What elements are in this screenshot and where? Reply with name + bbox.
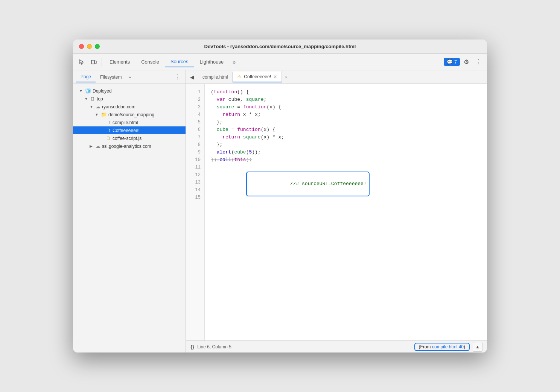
cloud-analytics-icon: ☁ [96,143,100,149]
editor-tab-coffee[interactable]: ⚠ Coffeeeeeee! ✕ [233,71,282,82]
sidebar-item-top-label: top [97,96,103,102]
devtools-window: DevTools - ryanseddon.com/demo/source_ma… [73,40,487,352]
status-location: Line 6, Column 5 [197,344,411,349]
titlebar: DevTools - ryanseddon.com/demo/source_ma… [73,40,487,54]
code-line-14: }).call(this); [211,156,481,164]
line-num-1: 1 [186,88,204,96]
device-toggle-button[interactable] [88,56,99,68]
close-button[interactable] [79,44,84,49]
code-line-12: alert(cube(5)); [211,149,481,156]
sidebar-item-google-analytics[interactable]: ▶ ☁ ssl.google-analytics.com [73,142,186,150]
source-mapping-link[interactable]: (From compile.html:40) [414,343,470,351]
line-num-3: 3 [186,103,204,111]
cube-icon: 🧊 [85,88,91,94]
minimize-button[interactable] [87,44,92,49]
sidebar-tab-page[interactable]: Page [76,72,96,82]
more-tabs-button[interactable]: » [230,58,239,67]
arrow-top: ▼ [84,97,89,101]
device-icon [91,59,97,65]
sidebar: Page Filesystem » ⋮ ▼ 🧊 Deployed ▼ 🗋 top [73,70,186,352]
code-line-1: (function() { [211,88,481,96]
code-line-8: cube = function(x) { [211,126,481,134]
editor-tab-compile-label: compile.html [202,74,228,80]
folder-icon: 📁 [101,112,107,117]
arrow-analytics: ▶ [90,144,94,148]
line-num-11: 11 [186,164,204,171]
sidebar-item-deployed-label: Deployed [93,88,112,94]
editor-tab-compile[interactable]: compile.html [198,72,233,82]
sidebar-item-coffeeeeeee[interactable]: 🗋 Coffeeeeeee! [73,126,186,134]
tab-lighthouse[interactable]: Lighthouse [195,57,229,67]
more-options-button[interactable]: ⋮ [473,56,484,68]
sidebar-item-coffee-script[interactable]: 🗋 coffee-script.js [73,134,186,142]
page-icon: 🗋 [90,96,95,102]
sidebar-more-tabs[interactable]: » [126,73,133,81]
file-coffee-icon: 🗋 [106,135,111,141]
file-selected-icon: 🗋 [106,128,111,133]
sourcemap-highlight: //# sourceURL=Coffeeeeeee! [246,172,370,196]
sidebar-item-top[interactable]: ▼ 🗋 top [73,95,186,103]
chat-icon: 💬 [447,59,453,65]
code-line-6: }; [211,119,481,126]
code-line-4: square = function(x) { [211,103,481,111]
svg-rect-0 [91,60,94,64]
sidebar-item-compile-label: compile.html [113,120,138,125]
sidebar-item-deployed[interactable]: ▼ 🧊 Deployed [73,87,186,95]
traffic-lights [79,44,100,49]
sidebar-item-compile-html[interactable]: 🗋 compile.html [73,119,186,126]
separator [102,58,102,67]
sidebar-item-ryanseddon[interactable]: ▼ ☁ ryanseddon.com [73,103,186,111]
devtools-body: Page Filesystem » ⋮ ▼ 🧊 Deployed ▼ 🗋 top [73,70,487,352]
editor-tab-close-button[interactable]: ✕ [273,74,277,79]
source-link-text: (From compile.html:40) [419,344,465,349]
sidebar-item-coffee-label: Coffeeeeeee! [113,128,140,133]
arrow-ryanseddon: ▼ [90,105,94,109]
code-line-15: //# sourceURL=Coffeeeeeee! [211,164,481,204]
settings-button[interactable]: ⚙ [461,56,472,68]
sidebar-toggle-button[interactable]: ◀ [187,73,196,82]
warning-icon: ⚠ [237,74,242,79]
line-num-13: 13 [186,179,204,186]
tab-console[interactable]: Console [136,57,164,67]
editor-tab-coffee-label: Coffeeeeeee! [244,74,271,79]
sidebar-item-coffee-script-label: coffee-script.js [113,136,142,141]
navigation-button[interactable]: ▲ [473,342,482,352]
cloud-icon: ☁ [96,104,100,109]
sidebar-tab-filesystem[interactable]: Filesystem [96,72,126,82]
line-num-5: 5 [186,119,204,126]
line-num-10: 10 [186,156,204,164]
arrow-deployed: ▼ [79,89,84,93]
window-title: DevTools - ryanseddon.com/demo/source_ma… [204,44,356,49]
editor-area: ◀ compile.html ⚠ Coffeeeeeee! ✕ » 1 2 3 … [186,70,487,352]
code-line-2: var cube, square; [211,96,481,103]
editor-more-tabs[interactable]: » [283,73,289,81]
cursor-icon [79,59,85,65]
tab-sources[interactable]: Sources [165,56,194,67]
svg-rect-1 [95,61,96,64]
arrow-demo: ▼ [95,112,99,117]
format-button[interactable]: {} [190,344,194,349]
line-num-2: 2 [186,96,204,103]
line-num-12: 12 [186,171,204,179]
sidebar-item-ryanseddon-label: ryanseddon.com [102,104,135,109]
status-bar: {} Line 6, Column 5 (From compile.html:4… [186,340,487,352]
line-num-6: 6 [186,126,204,134]
maximize-button[interactable] [95,44,100,49]
line-num-9: 9 [186,149,204,156]
code-content[interactable]: (function() { var cube, square; square =… [205,84,487,340]
sidebar-item-demo-folder[interactable]: ▼ 📁 demo/source_mapping [73,111,186,119]
code-editor: 1 2 3 4 5 6 7 8 9 10 11 12 13 14 15 [186,84,487,340]
sidebar-item-demo-label: demo/source_mapping [108,112,154,117]
badge-count: 7 [454,59,457,65]
sidebar-item-analytics-label: ssl.google-analytics.com [102,144,151,149]
sidebar-dots-menu[interactable]: ⋮ [172,73,183,81]
file-icon: 🗋 [106,120,111,125]
inspect-element-button[interactable] [76,56,87,68]
sidebar-file-tree: ▼ 🧊 Deployed ▼ 🗋 top ▼ ☁ ryanseddon.com [73,84,186,352]
code-line-5: return x * x; [211,111,481,119]
code-line-10: }; [211,141,481,149]
devtools-toolbar: Elements Console Sources Lighthouse » 💬 … [73,54,487,70]
tab-elements[interactable]: Elements [104,57,135,67]
ai-badge[interactable]: 💬 7 [444,58,460,66]
line-numbers: 1 2 3 4 5 6 7 8 9 10 11 12 13 14 15 [186,84,205,340]
